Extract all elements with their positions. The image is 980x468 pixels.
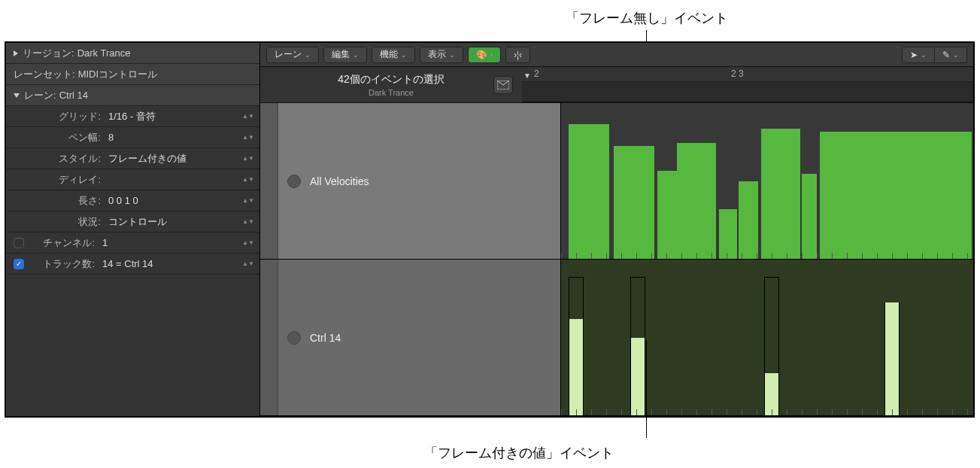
- lane-value: Ctrl 14: [59, 90, 88, 101]
- tick: [621, 409, 622, 415]
- velocity-bar[interactable]: [719, 209, 737, 259]
- stepper-icon[interactable]: ▲▼: [244, 195, 252, 207]
- param-status[interactable]: 状況: コントロール ▲▼: [6, 211, 259, 232]
- pointer-tool[interactable]: ➤⌄: [902, 47, 935, 63]
- color-button[interactable]: 🎨›: [468, 47, 501, 63]
- velocity-bar[interactable]: [569, 124, 609, 259]
- param-length[interactable]: 長さ: 0 0 1 0 ▲▼: [6, 190, 259, 211]
- chevron-down-icon: ⌄: [353, 51, 359, 59]
- framed-value-bar[interactable]: [884, 302, 900, 415]
- tick: [967, 409, 968, 415]
- stepper-icon[interactable]: ▲▼: [244, 237, 252, 249]
- framed-value-bar[interactable]: [569, 277, 584, 415]
- catch-icon: ›¦‹: [514, 50, 522, 60]
- lane-header[interactable]: All Velocities: [260, 103, 561, 259]
- tick: [862, 253, 863, 259]
- param-delay[interactable]: ディレイ: ▲▼: [6, 169, 259, 190]
- edit-menu[interactable]: 編集⌄: [323, 47, 367, 63]
- pointer-icon: ➤: [910, 50, 918, 60]
- pencil-tool[interactable]: ✎⌄: [935, 47, 967, 63]
- lane-drag-handle[interactable]: [260, 103, 278, 259]
- catch-button[interactable]: ›¦‹: [505, 47, 530, 63]
- lane-header[interactable]: Ctrl 14: [260, 260, 561, 415]
- envelope-button[interactable]: [493, 76, 513, 94]
- lane-select-radio[interactable]: [287, 175, 301, 188]
- velocity-bar[interactable]: [761, 129, 800, 259]
- velocity-bar[interactable]: [820, 132, 972, 259]
- tick: [847, 409, 848, 415]
- region-header[interactable]: リージョン: Dark Trance: [6, 43, 259, 64]
- framed-value-bar[interactable]: [764, 277, 779, 415]
- lane-drag-handle[interactable]: [260, 260, 278, 415]
- param-style[interactable]: スタイル: フレーム付きの値 ▲▼: [6, 148, 259, 169]
- annotation-top: 「フレーム無し」イベント: [557, 9, 737, 27]
- playhead-icon[interactable]: ▼: [523, 71, 531, 80]
- tick: [666, 253, 667, 259]
- framed-value-bar[interactable]: [630, 277, 645, 415]
- tick: [892, 409, 893, 415]
- tick: [711, 253, 712, 259]
- tick: [636, 253, 637, 259]
- annotation-line-bottom: [646, 340, 647, 438]
- tick: [787, 409, 787, 415]
- tick: [877, 253, 878, 259]
- lane-label: レーン:: [24, 89, 56, 102]
- palette-icon: 🎨: [476, 50, 487, 60]
- tick: [757, 409, 757, 415]
- tick: [862, 409, 863, 415]
- velocity-bar[interactable]: [657, 171, 677, 259]
- lane-select-radio[interactable]: [287, 331, 301, 345]
- lane-name: All Velocities: [310, 175, 369, 187]
- stepper-icon[interactable]: ▲▼: [244, 132, 252, 144]
- tick: [727, 253, 727, 259]
- function-menu[interactable]: 機能⌄: [372, 47, 415, 63]
- tick: [636, 409, 637, 415]
- velocity-bar[interactable]: [802, 174, 817, 259]
- tick: [817, 253, 818, 259]
- tick: [802, 409, 803, 415]
- checkbox-on-icon[interactable]: ✓: [14, 259, 24, 269]
- param-label: 長さ:: [14, 194, 105, 208]
- tick: [591, 409, 592, 415]
- stepper-icon[interactable]: ▲▼: [244, 111, 252, 123]
- tick: [847, 253, 848, 259]
- param-channel[interactable]: チャンネル: 1 ▲▼: [6, 232, 259, 254]
- velocity-bar[interactable]: [739, 181, 758, 259]
- stepper-icon[interactable]: ▲▼: [244, 174, 252, 186]
- param-track[interactable]: ✓ トラック数: 14 = Ctrl 14 ▲▼: [6, 254, 259, 275]
- velocity-bar[interactable]: [614, 146, 654, 259]
- laneset-header[interactable]: レーンセット: MIDIコントロール: [6, 64, 259, 85]
- param-label: ディレイ:: [14, 173, 105, 187]
- tick: [772, 409, 772, 415]
- tick: [742, 409, 742, 415]
- ruler[interactable]: ▼ 2 2 3: [522, 67, 973, 102]
- view-menu[interactable]: 表示⌄: [420, 47, 463, 63]
- tick: [591, 253, 592, 259]
- lane-menu[interactable]: レーン⌄: [266, 47, 319, 63]
- stepper-icon[interactable]: ▲▼: [244, 153, 252, 165]
- param-value: 1: [99, 237, 244, 248]
- tick: [621, 253, 622, 259]
- stepper-icon[interactable]: ▲▼: [244, 216, 252, 228]
- tick: [561, 253, 562, 259]
- chevron-down-icon: ⌄: [305, 51, 311, 59]
- velocity-bar[interactable]: [677, 143, 716, 259]
- main-area: レーン⌄ 編集⌄ 機能⌄ 表示⌄ 🎨› ›¦‹ ➤⌄ ✎⌄ 42個のイベントの選…: [260, 43, 973, 416]
- checkbox-off-icon[interactable]: [14, 238, 24, 248]
- toolbar: レーン⌄ 編集⌄ 機能⌄ 表示⌄ 🎨› ›¦‹ ➤⌄ ✎⌄: [260, 43, 973, 67]
- tick: [576, 253, 577, 259]
- tick: [742, 253, 742, 259]
- param-grid[interactable]: グリッド: 1/16 - 音符 ▲▼: [6, 106, 259, 127]
- tick: [787, 253, 787, 259]
- param-value: コントロール: [105, 215, 244, 229]
- laneset-label: レーンセット:: [14, 68, 75, 81]
- framed-value-fill: [569, 319, 583, 415]
- disclosure-open-icon: [14, 93, 20, 98]
- lane-content[interactable]: [561, 103, 973, 259]
- region-value: Dark Trance: [77, 47, 131, 59]
- lane-header[interactable]: レーン: Ctrl 14: [6, 85, 259, 106]
- stepper-icon[interactable]: ▲▼: [244, 258, 252, 270]
- param-penwidth[interactable]: ペン幅: 8 ▲▼: [6, 127, 259, 148]
- tick: [907, 409, 908, 415]
- lane-content[interactable]: [561, 260, 973, 415]
